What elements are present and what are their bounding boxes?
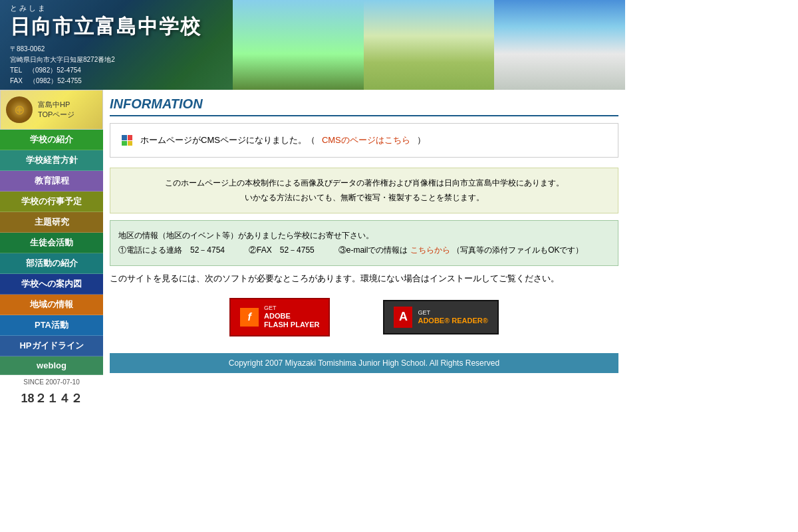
header-text-block: とみしま 日向市立富島中学校 〒883-0062 宮崎県日向市大字日知屋8272… — [10, 3, 201, 86]
header-photo-3 — [494, 0, 625, 90]
school-address: 〒883-0062 宮崎県日向市大字日知屋8272番地2 TEL （0982）5… — [10, 44, 201, 86]
header: とみしま 日向市立富島中学校 〒883-0062 宮崎県日向市大字日知屋8272… — [0, 0, 625, 90]
sidebar-item-school-intro[interactable]: 学校の紹介 — [0, 130, 103, 150]
reader-text: Get ADOBE® READER® — [418, 309, 487, 325]
sidebar-item-pta[interactable]: PTA活動 — [0, 315, 103, 336]
header-photos — [233, 0, 625, 90]
copyright-line2: いかなる方法においても、無断で複写・複製することを禁じます。 — [118, 191, 610, 205]
sidebar-top[interactable]: ⊕ 富島中HP TOPページ — [0, 90, 103, 130]
school-name-furigana: とみしま — [10, 3, 201, 13]
reader-icon: A — [394, 307, 412, 328]
sidebar-item-clubs[interactable]: 部活動の紹介 — [0, 253, 103, 274]
flash-adobe-label: ADOBE — [264, 312, 319, 321]
cms-link[interactable]: CMSのページはこちら — [322, 134, 410, 146]
flash-icon: f — [240, 308, 259, 327]
footer-copyright: Copyright 2007 Miyazaki Tomishima Junior… — [110, 353, 618, 373]
sidebar-item-student-council[interactable]: 生徒会活動 — [0, 233, 103, 253]
school-logo: ⊕ — [6, 96, 33, 123]
sidebar-item-hp-guide[interactable]: HPガイドライン — [0, 336, 103, 356]
sidebar-item-management[interactable]: 学校経営方針 — [0, 150, 103, 171]
sidebar-item-map[interactable]: 学校への案内図 — [0, 274, 103, 295]
flash-get-label: get — [264, 305, 319, 312]
main-container: ⊕ 富島中HP TOPページ 学校の紹介 学校経営方針 教育課程 学校の行事予定… — [0, 90, 625, 413]
sidebar-item-research[interactable]: 主題研究 — [0, 212, 103, 233]
software-icons: f get ADOBE FLASH PLAYER A Get ADOBE® RE… — [110, 291, 618, 342]
reader-adobe-label: ADOBE® READER® — [418, 317, 487, 325]
header-school-info: とみしま 日向市立富島中学校 〒883-0062 宮崎県日向市大字日知屋8272… — [0, 0, 233, 90]
flash-text: get ADOBE FLASH PLAYER — [264, 305, 319, 329]
school-name-kanji: 日向市立富島中学校 — [10, 13, 201, 41]
copyright-line1: このホームページ上の本校制作による画像及びデータの著作権および肖像権は日向市立富… — [118, 176, 610, 191]
info-box: ホームページがCMSページになりました。（ CMSのページはこちら ） — [110, 123, 618, 158]
header-photo-2 — [364, 0, 495, 90]
content-area: INFORMATION ホームページがCMSページになりました。（ CMSのペー… — [103, 90, 625, 413]
reader-get-label: Get — [418, 309, 487, 317]
adobe-reader-badge[interactable]: A Get ADOBE® READER® — [383, 300, 498, 334]
sidebar-top-text: 富島中HP TOPページ — [38, 100, 74, 120]
contact-box: 地区の情報（地区のイベント等）がありましたら学校にお寄せ下さい。 ①電話による連… — [110, 220, 618, 266]
contact-line2: ①電話による連絡 52－4754 ②FAX 52－4755 ③e-mailでの情… — [118, 243, 610, 258]
info-row: ホームページがCMSページになりました。（ CMSのページはこちら ） — [120, 134, 608, 147]
sidebar: ⊕ 富島中HP TOPページ 学校の紹介 学校経営方針 教育課程 学校の行事予定… — [0, 90, 103, 413]
contact-email-link[interactable]: こちらから — [410, 245, 450, 255]
flash-player-badge[interactable]: f get ADOBE FLASH PLAYER — [229, 298, 330, 336]
sidebar-item-weblog[interactable]: weblog — [0, 356, 103, 375]
grid-icon — [120, 134, 134, 147]
info-text-end: ） — [417, 134, 426, 146]
copyright-box: このホームページ上の本校制作による画像及びデータの著作権および肖像権は日向市立富… — [110, 168, 618, 213]
flash-player-label: FLASH PLAYER — [264, 321, 319, 329]
sidebar-item-curriculum[interactable]: 教育課程 — [0, 171, 103, 192]
contact-line1: 地区の情報（地区のイベント等）がありましたら学校にお寄せ下さい。 — [118, 229, 610, 243]
sidebar-counter: 18２１４２ — [0, 389, 103, 413]
sidebar-item-local-info[interactable]: 地域の情報 — [0, 295, 103, 315]
software-section: このサイトを見るには、次のソフトが必要なところがあります。環境にない場合はインス… — [110, 273, 618, 342]
info-title: INFORMATION — [110, 96, 618, 116]
info-text: ホームページがCMSページになりました。（ — [140, 134, 315, 146]
software-notice: このサイトを見るには、次のソフトが必要なところがあります。環境にない場合はインス… — [110, 273, 618, 285]
header-photo-1 — [233, 0, 364, 90]
sidebar-since: SINCE 2007-07-10 — [0, 375, 103, 389]
sidebar-item-events[interactable]: 学校の行事予定 — [0, 192, 103, 212]
